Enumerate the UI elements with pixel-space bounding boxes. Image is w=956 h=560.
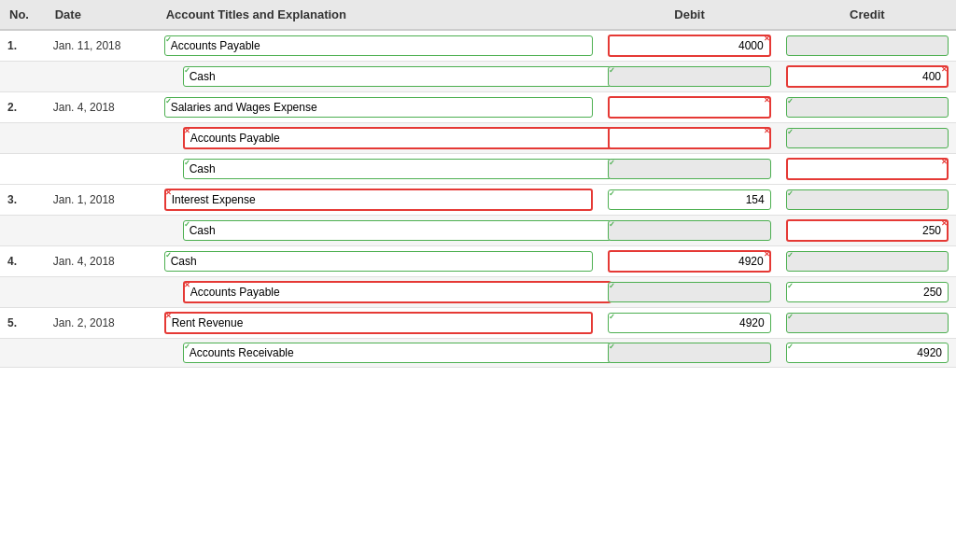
entry-number (0, 277, 46, 308)
debit-input[interactable] (608, 127, 770, 149)
header-account: Account Titles and Explanation (157, 0, 601, 30)
table-header-row: No. Date Account Titles and Explanation … (0, 0, 956, 30)
credit-cell: ✓ (779, 185, 956, 216)
account-title-input[interactable] (164, 35, 594, 56)
credit-cell: ✓ (779, 277, 956, 308)
table-row: 5.Jan. 2, 2018✕✓✓ (0, 308, 956, 339)
account-title-input[interactable] (183, 159, 612, 179)
debit-input[interactable] (608, 220, 770, 241)
entry-date (46, 216, 157, 246)
account-title-input[interactable] (164, 189, 594, 211)
account-title-cell: ✓ (157, 246, 601, 277)
account-title-cell: ✓ (157, 339, 601, 368)
debit-input[interactable] (608, 35, 770, 57)
table-row: 4.Jan. 4, 2018✓✕✓ (0, 246, 956, 277)
table-row: ✓✓✕ (0, 216, 956, 246)
debit-input[interactable] (608, 159, 770, 179)
entry-number: 4. (0, 246, 46, 277)
entry-date (46, 62, 157, 92)
account-title-input[interactable] (164, 312, 594, 334)
entry-number: 2. (0, 92, 46, 123)
table-row: ✓✓✓ (0, 339, 956, 368)
debit-input[interactable] (608, 96, 770, 119)
account-title-cell: ✕ (157, 185, 601, 216)
table-row: 1.Jan. 11, 2018✓✕ (0, 30, 956, 62)
header-no: No. (0, 0, 46, 30)
entry-number (0, 339, 46, 368)
credit-input[interactable] (786, 97, 949, 118)
account-title-input[interactable] (183, 127, 612, 149)
account-title-cell: ✕ (157, 123, 601, 154)
entry-number (0, 216, 46, 246)
header-date: Date (46, 0, 157, 30)
debit-cell: ✕ (600, 246, 778, 277)
credit-input[interactable] (786, 35, 949, 56)
debit-cell: ✓ (600, 185, 778, 216)
credit-cell: ✓ (779, 123, 956, 154)
account-title-cell: ✕ (157, 308, 601, 339)
debit-cell: ✕ (600, 92, 778, 123)
account-title-input[interactable] (183, 343, 612, 363)
entry-date: Jan. 1, 2018 (46, 185, 157, 216)
credit-input[interactable] (786, 65, 949, 88)
entry-number (0, 62, 46, 92)
table-row: ✕✓✓ (0, 277, 956, 308)
debit-input[interactable] (608, 343, 770, 363)
debit-cell: ✓ (600, 216, 778, 246)
credit-cell: ✕ (779, 62, 956, 92)
credit-input[interactable] (786, 343, 949, 363)
entry-date: Jan. 4, 2018 (46, 246, 157, 277)
entry-date (46, 154, 157, 185)
journal-table: No. Date Account Titles and Explanation … (0, 0, 956, 368)
entry-date: Jan. 2, 2018 (46, 308, 157, 339)
debit-cell: ✓ (600, 339, 778, 368)
entry-number (0, 154, 46, 185)
account-title-cell: ✓ (157, 62, 601, 92)
entry-date: Jan. 11, 2018 (46, 30, 157, 62)
account-title-input[interactable] (183, 220, 612, 241)
entry-date (46, 277, 157, 308)
debit-cell: ✓ (600, 308, 778, 339)
table-row: ✕✕✓ (0, 123, 956, 154)
account-title-cell: ✓ (157, 92, 601, 123)
account-title-input[interactable] (183, 281, 612, 303)
account-title-input[interactable] (183, 66, 612, 87)
debit-input[interactable] (608, 250, 770, 273)
debit-cell: ✓ (600, 277, 778, 308)
debit-input[interactable] (608, 313, 770, 333)
credit-input[interactable] (786, 251, 949, 272)
credit-input[interactable] (786, 219, 949, 242)
debit-cell: ✓ (600, 154, 778, 185)
account-title-input[interactable] (164, 251, 594, 272)
entry-number (0, 123, 46, 154)
credit-input[interactable] (786, 189, 949, 210)
table-row: 2.Jan. 4, 2018✓✕✓ (0, 92, 956, 123)
table-row: 3.Jan. 1, 2018✕✓✓ (0, 185, 956, 216)
entry-number: 3. (0, 185, 46, 216)
credit-input[interactable] (786, 158, 949, 180)
credit-cell (779, 30, 956, 62)
account-title-input[interactable] (164, 97, 594, 118)
header-credit: Credit (779, 0, 956, 30)
table-row: ✓✓✕ (0, 154, 956, 185)
credit-cell: ✕ (779, 216, 956, 246)
credit-input[interactable] (786, 282, 949, 302)
entry-number: 1. (0, 30, 46, 62)
table-row: ✓✓✕ (0, 62, 956, 92)
debit-input[interactable] (608, 189, 770, 210)
credit-input[interactable] (786, 128, 949, 148)
debit-cell: ✓ (600, 62, 778, 92)
credit-cell: ✕ (779, 154, 956, 185)
account-title-cell: ✓ (157, 154, 601, 185)
credit-cell: ✓ (779, 339, 956, 368)
debit-input[interactable] (608, 66, 770, 87)
entry-date (46, 123, 157, 154)
debit-input[interactable] (608, 282, 770, 302)
debit-cell: ✕ (600, 30, 778, 62)
entry-date: Jan. 4, 2018 (46, 92, 157, 123)
credit-input[interactable] (786, 313, 949, 333)
entry-number: 5. (0, 308, 46, 339)
entry-date (46, 339, 157, 368)
credit-cell: ✓ (779, 308, 956, 339)
debit-cell: ✕ (600, 123, 778, 154)
